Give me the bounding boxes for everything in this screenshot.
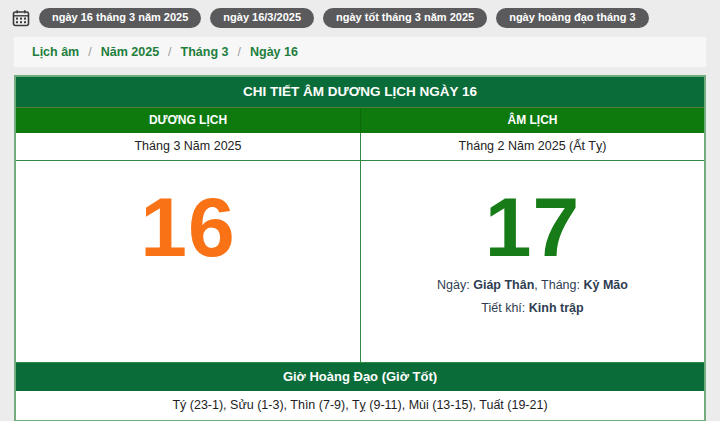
lunar-month-subheader: Tháng 2 Năm 2025 (Ất Tỵ)	[360, 133, 704, 160]
comma-separator: ,	[534, 278, 537, 292]
tag-link-date-text[interactable]: ngày 16 tháng 3 năm 2025	[39, 8, 201, 28]
breadcrumb: Lịch âm / Năm 2025 / Tháng 3 / Ngày 16	[14, 37, 706, 67]
tiet-khi-value: Kinh trập	[529, 301, 584, 315]
tiet-khi-label: Tiết khí:	[481, 301, 525, 315]
tag-link-hoang-dao[interactable]: ngày hoàng đạo tháng 3	[496, 8, 649, 28]
breadcrumb-separator: /	[88, 45, 91, 59]
lunar-day-cell: 17 Ngày: Giáp Thân, Tháng: Kỷ Mão Tiết k…	[360, 161, 704, 362]
solar-column-header: DƯƠNG LỊCH	[16, 108, 360, 133]
lunar-day-info: Ngày: Giáp Thân, Tháng: Kỷ Mão Tiết khí:…	[437, 278, 628, 324]
lunar-day-number: 17	[485, 183, 580, 271]
breadcrumb-separator: /	[168, 45, 171, 59]
lunar-month-label: Tháng:	[541, 278, 580, 292]
breadcrumb-current-day: Ngày 16	[250, 45, 298, 59]
hoang-dao-title-bar: Giờ Hoàng Đạo (Giờ Tốt)	[16, 362, 704, 391]
tag-link-date-numeric[interactable]: ngày 16/3/2025	[210, 8, 314, 28]
month-subheaders-row: Tháng 3 Năm 2025 Tháng 2 Năm 2025 (Ất Tỵ…	[16, 133, 704, 161]
breadcrumb-link-lich-am[interactable]: Lịch âm	[32, 45, 79, 59]
tag-bar: ngày 16 tháng 3 năm 2025 ngày 16/3/2025 …	[0, 0, 720, 29]
breadcrumb-separator: /	[238, 45, 241, 59]
solar-month-subheader: Tháng 3 Năm 2025	[16, 133, 360, 160]
lunar-column-header: ÂM LỊCH	[360, 108, 704, 133]
tiet-khi-line: Tiết khí: Kinh trập	[437, 301, 628, 315]
day-numbers-row: 16 17 Ngày: Giáp Thân, Tháng: Kỷ Mão Tiế…	[16, 161, 704, 362]
table-title: CHI TIẾT ÂM DƯƠNG LỊCH NGÀY 16	[16, 77, 704, 108]
tag-link-good-days[interactable]: ngày tốt tháng 3 năm 2025	[323, 8, 487, 28]
lunar-day-label: Ngày:	[437, 278, 470, 292]
column-headers-row: DƯƠNG LỊCH ÂM LỊCH	[16, 108, 704, 133]
breadcrumb-link-month[interactable]: Tháng 3	[181, 45, 229, 59]
calendar-icon[interactable]	[12, 9, 30, 27]
solar-day-number: 16	[140, 183, 235, 271]
hoang-dao-hours: Tý (23-1), Sửu (1-3), Thìn (7-9), Tỵ (9-…	[16, 391, 704, 420]
lunar-canchi-line: Ngày: Giáp Thân, Tháng: Kỷ Mão	[437, 278, 628, 292]
lunar-day-value: Giáp Thân	[473, 278, 534, 292]
solar-day-cell: 16	[16, 161, 360, 362]
lunar-month-value: Kỷ Mão	[583, 278, 627, 292]
breadcrumb-link-year[interactable]: Năm 2025	[101, 45, 159, 59]
calendar-detail-table: CHI TIẾT ÂM DƯƠNG LỊCH NGÀY 16 DƯƠNG LỊC…	[14, 75, 706, 421]
